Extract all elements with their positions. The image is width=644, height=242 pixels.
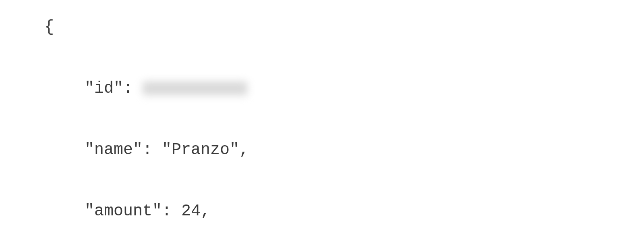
line-name: "name": "Pranzo", [44,135,644,165]
redacted-id-value [143,81,247,95]
line-id: "id": [44,73,644,104]
line-id-key: "id": [85,79,143,98]
line-open-brace: { [44,12,644,43]
line-amount: "amount": 24, [44,196,644,227]
json-snippet: { "id": "name": "Pranzo", "amount": 24, … [0,0,644,242]
